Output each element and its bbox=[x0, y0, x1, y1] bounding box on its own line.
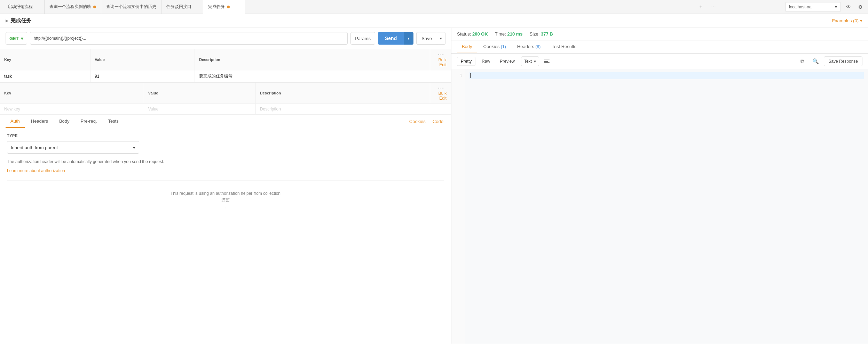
more-tabs-button[interactable]: ··· bbox=[709, 2, 718, 12]
copy-response-button[interactable]: ⧉ bbox=[797, 56, 807, 66]
column-actions-icon-2[interactable]: ··· bbox=[438, 85, 444, 91]
resp-tab-headers[interactable]: Headers (8) bbox=[512, 40, 545, 53]
right-panel: Status: 200 OK Time: 210 ms Size: 377 B … bbox=[451, 28, 868, 344]
params-button[interactable]: Params bbox=[350, 32, 375, 45]
view-tab-pretty[interactable]: Pretty bbox=[457, 57, 475, 66]
cookies-link[interactable]: Cookies bbox=[407, 115, 428, 128]
send-dropdown-button[interactable]: ▾ bbox=[404, 32, 413, 45]
auth-footer: This request is using an authorization h… bbox=[7, 180, 444, 221]
caret-icon: ▶ bbox=[6, 18, 8, 23]
code-link[interactable]: Code bbox=[431, 115, 445, 128]
param-value-cell[interactable]: 91 bbox=[90, 70, 195, 82]
cookies-count: (1) bbox=[501, 44, 506, 49]
chevron-down-icon: ▾ bbox=[534, 59, 536, 64]
add-tab-button[interactable]: + bbox=[696, 2, 706, 12]
tab-item-1[interactable]: 启动报销流程 bbox=[3, 0, 45, 14]
line-numbers: 1 bbox=[451, 69, 465, 344]
chevron-down-icon: ▾ bbox=[133, 145, 135, 150]
chevron-down-icon: ▾ bbox=[860, 18, 862, 23]
resp-tab-body[interactable]: Body bbox=[457, 40, 477, 53]
resp-view-bar: Pretty Raw Preview Text ▾ ⧉ 🔍 Save Respo… bbox=[451, 54, 868, 69]
auth-type-select[interactable]: Inherit auth from parent ▾ bbox=[7, 141, 139, 154]
time-label: Time: 210 ms bbox=[495, 31, 523, 37]
eye-icon-button[interactable]: 👁 bbox=[844, 2, 853, 12]
response-meta: Status: 200 OK Time: 210 ms Size: 377 B bbox=[451, 28, 868, 40]
tab-label-2: 查询一个流程实例的轨 bbox=[49, 4, 91, 10]
tab-item-4[interactable]: 任务驳回接口 bbox=[161, 0, 203, 14]
column-actions-icon[interactable]: ··· bbox=[438, 52, 444, 58]
bulk-edit-button-2[interactable]: Bulk Edit bbox=[439, 91, 447, 101]
settings-icon-button[interactable]: ⚙ bbox=[855, 2, 865, 12]
url-input[interactable] bbox=[30, 32, 348, 45]
col-header-value: Value bbox=[90, 49, 195, 70]
code-area[interactable] bbox=[465, 69, 868, 344]
tab-item-5[interactable]: 完成任务 bbox=[203, 0, 245, 14]
format-select[interactable]: Text ▾ bbox=[521, 56, 539, 66]
send-button-group: Send ▾ bbox=[378, 32, 413, 45]
tab-dot-2 bbox=[93, 6, 96, 8]
view-tab-raw[interactable]: Raw bbox=[478, 57, 494, 66]
auth-footer-dots: · bbox=[13, 205, 439, 210]
main-layout: GET ▾ Params Send ▾ Save ▾ bbox=[0, 28, 868, 344]
headers-count: (8) bbox=[536, 44, 541, 49]
params-table-1: Key Value Description ··· Bulk Edit task… bbox=[0, 49, 451, 82]
resp-tab-test-results[interactable]: Test Results bbox=[547, 40, 581, 53]
param-desc-cell[interactable]: 要完成的任务编号 bbox=[195, 70, 430, 82]
auth-description: The authorization header will be automat… bbox=[7, 159, 188, 165]
send-button[interactable]: Send bbox=[378, 32, 404, 45]
tab-dot-5 bbox=[227, 6, 230, 8]
examples-button[interactable]: Examples (0) ▾ bbox=[832, 18, 862, 23]
environment-selector[interactable]: localhost-oa ▾ bbox=[785, 2, 841, 12]
tab-prereq[interactable]: Pre-req. bbox=[76, 115, 102, 128]
tab-tests[interactable]: Tests bbox=[103, 115, 124, 128]
tab-auth[interactable]: Auth bbox=[6, 115, 25, 128]
request-sub-tabs: Auth Headers Body Pre-req. Tests Cookies… bbox=[0, 115, 451, 128]
resp-toolbar-right: ⧉ 🔍 Save Response bbox=[797, 56, 862, 66]
tab-body[interactable]: Body bbox=[54, 115, 74, 128]
new-desc-placeholder: Description bbox=[260, 107, 281, 112]
cursor bbox=[470, 73, 471, 78]
save-response-button[interactable]: Save Response bbox=[824, 56, 862, 66]
auth-panel: TYPE Inherit auth from parent ▾ The auth… bbox=[0, 128, 451, 344]
method-value: GET bbox=[9, 36, 19, 41]
chevron-down-icon: ▾ bbox=[835, 5, 837, 9]
resp-tab-cookies[interactable]: Cookies (1) bbox=[479, 40, 511, 53]
tab-item-2[interactable]: 查询一个流程实例的轨 bbox=[45, 0, 101, 14]
tab-label-4: 任务驳回接口 bbox=[166, 4, 191, 10]
env-value: localhost-oa bbox=[789, 5, 832, 9]
status-label: Status: 200 OK bbox=[457, 31, 488, 37]
tab-item-3[interactable]: 查询一个流程实例中的历史 bbox=[101, 0, 161, 14]
params-table-2: Key Value Description ··· Bulk Edit New bbox=[0, 82, 451, 115]
page-title: 完成任务 bbox=[10, 17, 31, 24]
col-header-key-2: Key bbox=[0, 83, 144, 104]
wrap-lines-button[interactable] bbox=[542, 56, 552, 66]
response-tabs: Body Cookies (1) Headers (8) Test Result… bbox=[451, 40, 868, 54]
tab-label-3: 查询一个流程实例中的历史 bbox=[106, 4, 156, 10]
tab-actions: + ··· bbox=[696, 2, 718, 12]
tab-headers[interactable]: Headers bbox=[26, 115, 53, 128]
save-dropdown-button[interactable]: ▾ bbox=[437, 32, 445, 45]
tab-bar: 启动报销流程 查询一个流程实例的轨 查询一个流程实例中的历史 任务驳回接口 完成… bbox=[0, 0, 868, 14]
type-label: TYPE bbox=[7, 133, 444, 138]
new-value-placeholder: Value bbox=[148, 107, 159, 112]
table-row-new: New key Value Description bbox=[0, 104, 451, 115]
bulk-edit-button-1[interactable]: Bulk Edit bbox=[439, 58, 447, 67]
col-header-description-2: Description bbox=[255, 83, 430, 104]
method-select[interactable]: GET ▾ bbox=[6, 32, 27, 45]
view-tab-preview[interactable]: Preview bbox=[496, 57, 518, 66]
time-value: 210 ms bbox=[507, 31, 522, 37]
learn-more-link[interactable]: Learn more about authorization bbox=[7, 168, 65, 173]
save-button[interactable]: Save bbox=[416, 32, 437, 45]
size-label: Size: 377 B bbox=[530, 31, 553, 37]
auth-collection-name[interactable]: 汉艺 bbox=[13, 197, 439, 203]
request-tab-right-actions: Cookies Code bbox=[407, 115, 445, 128]
new-key-placeholder: New key bbox=[4, 107, 20, 112]
status-value: 200 OK bbox=[472, 31, 488, 37]
search-response-button[interactable]: 🔍 bbox=[811, 56, 820, 66]
tab-label-5: 完成任务 bbox=[208, 4, 225, 10]
col-header-key: Key bbox=[0, 49, 90, 70]
env-icons: ▾ bbox=[835, 5, 837, 9]
col-header-description: Description bbox=[195, 49, 430, 70]
left-panel: GET ▾ Params Send ▾ Save ▾ bbox=[0, 28, 451, 344]
param-key-cell[interactable]: task bbox=[0, 70, 90, 82]
